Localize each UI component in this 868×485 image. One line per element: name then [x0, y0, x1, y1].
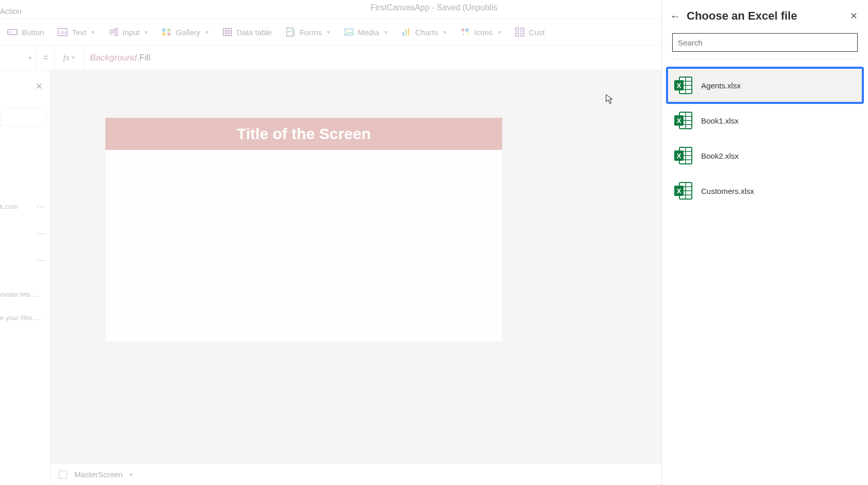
chevron-down-icon[interactable] — [130, 471, 133, 478]
excel-file-panel: ← Choose an Excel file ✕ Agents.xlsx Boo… — [661, 0, 868, 485]
ribbon-gallery-label: Gallery — [176, 28, 200, 37]
svg-rect-28 — [405, 30, 407, 36]
chevron-down-icon — [28, 54, 32, 62]
equals-label: = — [37, 46, 55, 70]
file-name-label: Book2.xlsx — [701, 151, 739, 160]
ribbon-media[interactable]: Media — [344, 27, 388, 37]
file-item-agents[interactable]: Agents.xlsx — [667, 68, 863, 103]
svg-rect-15 — [162, 28, 165, 32]
data-table-icon — [222, 27, 233, 37]
svg-rect-29 — [408, 28, 409, 36]
screen-checkbox[interactable] — [59, 471, 67, 479]
screen-name-label[interactable]: MasterScreen — [74, 470, 122, 479]
excel-file-icon — [673, 145, 694, 166]
custom-icon — [515, 27, 525, 37]
svg-rect-27 — [402, 32, 404, 36]
close-icon[interactable]: ✕ — [850, 10, 858, 22]
chevron-down-icon — [91, 29, 95, 36]
chevron-down-icon — [145, 29, 148, 36]
canvas-screen[interactable]: Title of the Screen — [105, 118, 502, 341]
panel-header: ← Choose an Excel file ✕ — [662, 0, 868, 28]
excel-file-icon — [673, 180, 694, 201]
chevron-down-icon — [443, 29, 446, 36]
screen-title-label[interactable]: Title of the Screen — [105, 118, 502, 150]
svg-rect-18 — [167, 33, 171, 36]
ribbon-text[interactable]: Abc Text — [57, 27, 95, 37]
chevron-down-icon — [206, 29, 209, 36]
svg-text:?: ? — [466, 32, 469, 37]
svg-rect-19 — [223, 28, 231, 36]
button-icon — [7, 27, 18, 37]
tab-action[interactable]: Action — [0, 3, 27, 19]
ribbon-data-table[interactable]: Data table — [222, 27, 272, 37]
more-icon[interactable]: ⋯ — [36, 254, 46, 266]
forms-icon — [285, 27, 296, 37]
divider — [672, 59, 858, 59]
panel-title: Choose an Excel file — [687, 9, 844, 23]
charts-icon — [401, 27, 411, 37]
chevron-down-icon — [327, 29, 330, 36]
svg-rect-36 — [516, 33, 519, 36]
ribbon-media-label: Media — [358, 28, 379, 37]
svg-point-26 — [346, 31, 348, 32]
property-selector[interactable] — [0, 46, 37, 70]
file-list: Agents.xlsx Book1.xlsx Book2.xlsx Custom… — [662, 68, 868, 208]
icons-icon: +? — [460, 27, 470, 37]
file-name-label: Agents.xlsx — [701, 81, 741, 90]
fx-button[interactable]: fx — [55, 46, 84, 70]
ribbon-gallery[interactable]: Gallery — [161, 27, 209, 37]
more-icon[interactable]: ⋯ — [36, 228, 46, 239]
svg-rect-35 — [521, 28, 524, 31]
ribbon-button[interactable]: Button — [7, 27, 44, 37]
ribbon-button-label: Button — [22, 28, 44, 37]
left-snippet: ovider lets you ... — [0, 291, 46, 298]
left-panel: ✕ k.com ⋯ ⋯ ⋯ ovider lets you ... e your… — [0, 70, 51, 485]
input-icon — [108, 27, 118, 37]
ribbon-forms[interactable]: Forms — [285, 27, 330, 37]
ribbon-input[interactable]: Input — [108, 27, 148, 37]
ribbon-forms-label: Forms — [300, 28, 322, 37]
close-icon[interactable]: ✕ — [35, 81, 43, 92]
gallery-icon — [161, 27, 172, 37]
excel-file-icon — [673, 75, 694, 96]
svg-rect-34 — [516, 28, 519, 31]
ribbon-charts-label: Charts — [415, 28, 438, 37]
ribbon-custom-label: Cust — [529, 28, 545, 37]
more-icon[interactable]: ⋯ — [36, 201, 46, 212]
back-arrow-icon[interactable]: ← — [670, 10, 680, 22]
file-name-label: Book1.xlsx — [701, 116, 739, 125]
svg-rect-14 — [115, 28, 117, 36]
file-item-book2[interactable]: Book2.xlsx — [667, 138, 863, 173]
fx-label: fx — [63, 53, 69, 63]
ribbon-input-label: Input — [122, 28, 140, 37]
file-item-book1[interactable]: Book1.xlsx — [667, 103, 863, 138]
panel-search — [672, 33, 858, 52]
left-snippet: e your files. Yo... — [0, 314, 46, 322]
svg-text:Abc: Abc — [59, 30, 68, 35]
left-search-box[interactable] — [0, 109, 46, 126]
svg-rect-7 — [8, 29, 17, 35]
ribbon-icons[interactable]: +? Icons — [460, 27, 501, 37]
svg-rect-17 — [162, 33, 165, 36]
chevron-down-icon — [72, 54, 75, 61]
media-icon — [344, 27, 354, 37]
ribbon-custom[interactable]: Cust — [515, 27, 545, 37]
svg-point-8 — [10, 32, 11, 33]
svg-rect-37 — [521, 33, 524, 36]
formula-property: Background — [90, 53, 137, 63]
search-input[interactable] — [672, 33, 858, 52]
ribbon-icons-label: Icons — [474, 28, 493, 37]
file-name-label: Customers.xlsx — [701, 187, 754, 195]
formula-rest: .Fill — [137, 53, 150, 63]
ribbon-charts[interactable]: Charts — [401, 27, 446, 37]
chevron-down-icon — [384, 29, 388, 36]
svg-rect-16 — [167, 28, 171, 32]
chevron-down-icon — [498, 29, 501, 36]
excel-file-icon — [673, 110, 694, 131]
file-item-customers[interactable]: Customers.xlsx — [667, 173, 863, 208]
text-icon: Abc — [57, 27, 68, 37]
ribbon-data-table-label: Data table — [237, 28, 272, 37]
left-snippet: k.com — [0, 203, 22, 210]
svg-text:+: + — [462, 32, 465, 37]
ribbon-text-label: Text — [72, 28, 86, 37]
